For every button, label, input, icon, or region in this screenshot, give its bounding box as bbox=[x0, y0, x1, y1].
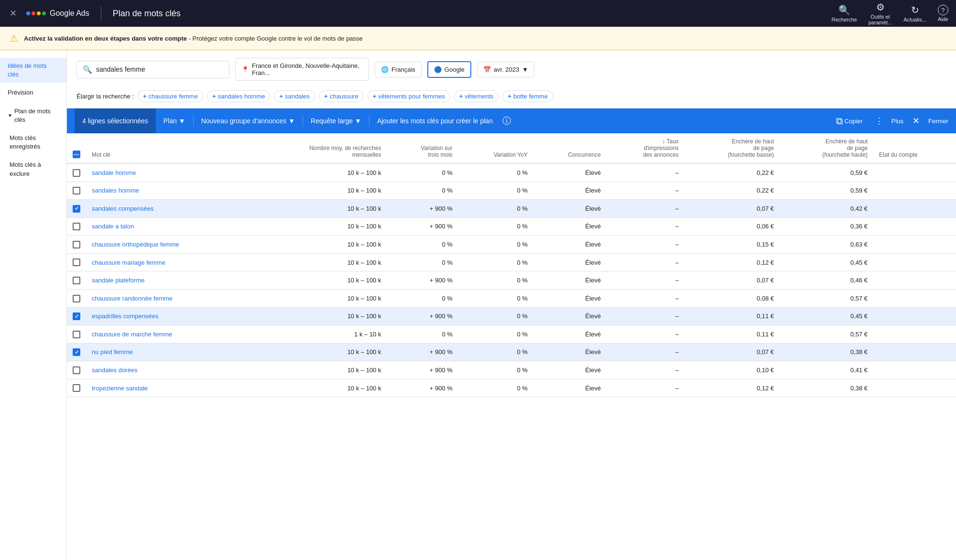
search-box[interactable]: 🔍 bbox=[76, 61, 229, 78]
search-engine-selector[interactable]: 🔵 Google bbox=[427, 61, 471, 78]
row-bid-high: 0,38 € bbox=[780, 379, 873, 397]
sidebar-item-excluded-keywords[interactable]: Mots clés à exclure bbox=[0, 157, 66, 182]
add-keywords-button[interactable]: Ajouter les mots clés pour créer le plan bbox=[369, 108, 500, 133]
expand-tag-2[interactable]: + sandales bbox=[274, 90, 315, 102]
row-checkbox[interactable] bbox=[73, 187, 80, 194]
plan-button[interactable]: Plan ▼ bbox=[156, 108, 193, 133]
search-input[interactable] bbox=[96, 65, 223, 73]
row-checkbox-cell[interactable] bbox=[67, 271, 86, 290]
row-keyword[interactable]: chaussure mariage femme bbox=[86, 253, 249, 271]
keywords-table-container: Mot clé Nombre moy. de recherchesmensuel… bbox=[67, 133, 956, 560]
row-checkbox[interactable] bbox=[73, 205, 80, 213]
row-checkbox[interactable] bbox=[73, 241, 80, 248]
new-group-button[interactable]: Nouveau groupe d'annonces ▼ bbox=[194, 108, 303, 133]
sidebar-item-prevision[interactable]: Prévision bbox=[0, 85, 66, 101]
keyword-link[interactable]: chaussure orthopédique femme bbox=[92, 241, 179, 248]
logo: Google Ads bbox=[26, 9, 89, 18]
search-nav-button[interactable]: 🔍 Recherche bbox=[832, 4, 857, 22]
expand-tag-5[interactable]: + vêtements bbox=[454, 90, 499, 102]
row-keyword[interactable]: sandale a talon bbox=[86, 217, 249, 236]
header-checkbox-cell[interactable] bbox=[67, 133, 86, 163]
expand-tag-3[interactable]: + chaussure bbox=[319, 90, 364, 102]
row-checkbox-cell[interactable] bbox=[67, 307, 86, 325]
row-keyword[interactable]: sandales compensées bbox=[86, 200, 249, 218]
row-keyword[interactable]: chaussure randonnée femme bbox=[86, 289, 249, 307]
row-checkbox[interactable] bbox=[73, 295, 80, 302]
keyword-link[interactable]: chaussure mariage femme bbox=[92, 259, 165, 266]
keyword-link[interactable]: sandale a talon bbox=[92, 223, 134, 230]
row-checkbox-cell[interactable] bbox=[67, 163, 86, 182]
row-checkbox[interactable] bbox=[73, 366, 80, 374]
close-toolbar-label: Fermer bbox=[928, 118, 948, 125]
row-keyword[interactable]: sandales homme bbox=[86, 182, 249, 200]
keyword-link[interactable]: tropezienne sandale bbox=[92, 385, 148, 392]
row-checkbox[interactable] bbox=[73, 312, 80, 320]
row-checkbox[interactable] bbox=[73, 169, 80, 177]
help-nav-button[interactable]: ? Aide bbox=[938, 5, 948, 22]
keyword-link[interactable]: sandale plateforme bbox=[92, 277, 145, 284]
header-checkbox[interactable] bbox=[73, 151, 80, 158]
row-bid-high: 0,41 € bbox=[780, 361, 873, 379]
row-keyword[interactable]: sandale plateforme bbox=[86, 271, 249, 290]
match-type-button[interactable]: Requête large ▼ bbox=[303, 108, 369, 133]
row-keyword[interactable]: tropezienne sandale bbox=[86, 379, 249, 397]
alert-text: Activez la validation en deux étapes dan… bbox=[24, 35, 363, 42]
keyword-link[interactable]: espadrilles compensées bbox=[92, 312, 158, 320]
table-row: sandales dorées10 k – 100 k+ 900 %0 %Éle… bbox=[67, 361, 956, 379]
row-checkbox-cell[interactable] bbox=[67, 361, 86, 379]
row-checkbox[interactable] bbox=[73, 384, 80, 392]
keyword-link[interactable]: sandales compensées bbox=[92, 205, 153, 212]
close-toolbar-button[interactable]: ✕ bbox=[907, 112, 924, 129]
sidebar-item-saved-keywords[interactable]: Mots clés enregistrés bbox=[0, 130, 66, 155]
row-bid-low: 0,15 € bbox=[684, 236, 780, 254]
keyword-link[interactable]: chaussure randonnée femme bbox=[92, 295, 173, 302]
more-button[interactable]: ⋮ bbox=[870, 112, 888, 129]
expand-tag-6[interactable]: + botte femme bbox=[502, 90, 553, 102]
row-checkbox-cell[interactable] bbox=[67, 289, 86, 307]
keyword-link[interactable]: sandale homme bbox=[92, 169, 136, 176]
row-keyword[interactable]: chaussure de marche femme bbox=[86, 325, 249, 344]
row-checkbox-cell[interactable] bbox=[67, 182, 86, 200]
row-checkbox-cell[interactable] bbox=[67, 379, 86, 397]
language-selector[interactable]: 🌐 Français bbox=[375, 62, 422, 77]
date-selector[interactable]: 📅 avr. 2023 ▼ bbox=[477, 62, 534, 77]
row-var3m: + 900 % bbox=[387, 271, 458, 290]
refresh-nav-icon: ↻ bbox=[911, 4, 919, 16]
row-checkbox-cell[interactable] bbox=[67, 217, 86, 236]
row-checkbox-cell[interactable] bbox=[67, 343, 86, 361]
row-checkbox[interactable] bbox=[73, 331, 80, 338]
refresh-nav-button[interactable]: ↻ Actualis... bbox=[903, 4, 926, 22]
search-row: 🔍 📍 France et Gironde, Nouvelle-Aquitain… bbox=[76, 58, 946, 81]
help-icon[interactable]: ⓘ bbox=[502, 115, 511, 127]
row-keyword[interactable]: espadrilles compensées bbox=[86, 307, 249, 325]
keyword-link[interactable]: chaussure de marche femme bbox=[92, 331, 172, 338]
row-checkbox-cell[interactable] bbox=[67, 325, 86, 344]
row-keyword[interactable]: chaussure orthopédique femme bbox=[86, 236, 249, 254]
row-keyword[interactable]: sandale homme bbox=[86, 163, 249, 182]
expand-tag-4[interactable]: + vêtements pour femmes bbox=[368, 90, 450, 102]
sidebar-item-ideas[interactable]: Idées de mots clés bbox=[0, 58, 66, 83]
row-checkbox[interactable] bbox=[73, 348, 80, 356]
keyword-link[interactable]: nu pied femme bbox=[92, 348, 133, 355]
row-bid-low: 0,12 € bbox=[684, 379, 780, 397]
location-selector[interactable]: 📍 France et Gironde, Nouvelle-Aquitaine,… bbox=[235, 58, 369, 81]
copy-button[interactable]: ⧉ Copier bbox=[832, 114, 867, 129]
expand-tag-0[interactable]: + chaussure femme bbox=[138, 90, 203, 102]
row-checkbox-cell[interactable] bbox=[67, 200, 86, 218]
row-competition: Élevé bbox=[533, 343, 607, 361]
row-checkbox[interactable] bbox=[73, 277, 80, 284]
row-checkbox-cell[interactable] bbox=[67, 253, 86, 271]
sidebar-item-plan-parent[interactable]: ▼ Plan de mots clés bbox=[0, 103, 66, 128]
row-checkbox[interactable] bbox=[73, 258, 80, 266]
tools-nav-button[interactable]: ⚙ Outils et paramèt... bbox=[869, 1, 892, 25]
expand-tag-1[interactable]: + sandales homme bbox=[207, 90, 271, 102]
row-checkbox[interactable] bbox=[73, 223, 80, 230]
close-nav-button[interactable]: ✕ bbox=[8, 6, 19, 21]
row-keyword[interactable]: nu pied femme bbox=[86, 343, 249, 361]
row-keyword[interactable]: sandales dorées bbox=[86, 361, 249, 379]
row-account-status bbox=[873, 253, 956, 271]
more-label: Plus bbox=[891, 118, 903, 125]
keyword-link[interactable]: sandales dorées bbox=[92, 366, 137, 374]
keyword-link[interactable]: sandales homme bbox=[92, 187, 139, 194]
row-checkbox-cell[interactable] bbox=[67, 236, 86, 254]
